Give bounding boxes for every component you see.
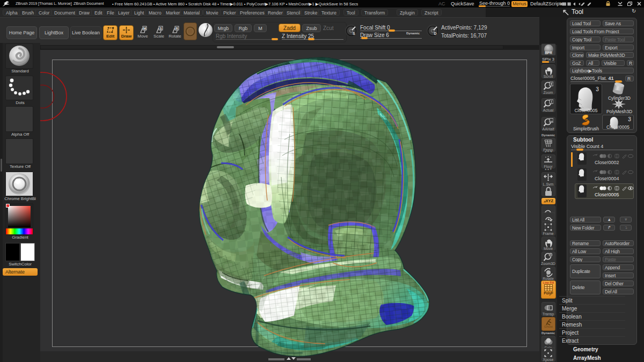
svg-text:3: 3 <box>596 86 599 92</box>
svg-text:3: 3 <box>628 116 631 122</box>
svg-text:3D: 3D <box>550 254 553 257</box>
svg-text:R: R <box>175 27 178 30</box>
svg-text:M: M <box>143 27 146 30</box>
svg-text:S: S <box>159 27 162 30</box>
svg-text:S: S <box>353 32 355 35</box>
svg-text:D: D <box>434 32 437 35</box>
